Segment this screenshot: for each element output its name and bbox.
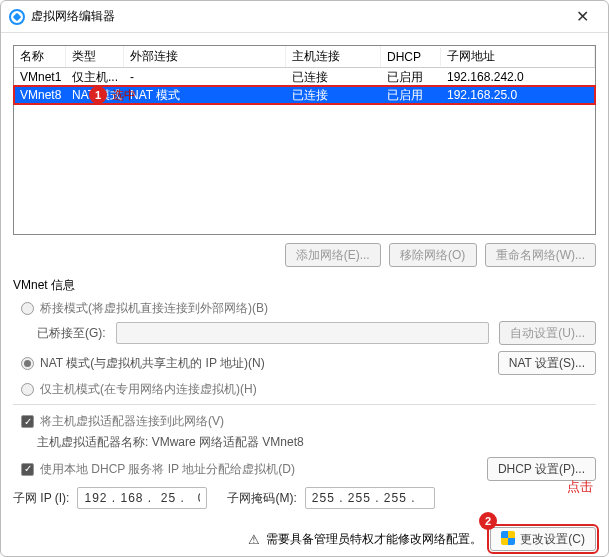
check-icon	[21, 415, 34, 428]
nat-settings-button[interactable]: NAT 设置(S)...	[498, 351, 596, 375]
annotation-badge-2: 2	[479, 512, 497, 530]
subnet-mask-label: 子网掩码(M):	[227, 490, 296, 507]
bridge-to-label: 已桥接至(G):	[37, 325, 106, 342]
rename-network-button[interactable]: 重命名网络(W)...	[485, 243, 596, 267]
col-type[interactable]: 类型	[66, 46, 124, 67]
subnet-ip-input[interactable]	[77, 487, 207, 509]
table-row-selected[interactable]: VMnet8 NAT 模式 NAT 模式 已连接 已启用 192.168.25.…	[14, 86, 595, 104]
warning-icon	[246, 532, 262, 546]
col-dhcp[interactable]: DHCP	[381, 48, 441, 66]
col-name[interactable]: 名称	[14, 46, 66, 67]
nat-radio[interactable]	[21, 357, 34, 370]
dhcp-check[interactable]	[21, 463, 34, 476]
subnet-ip-label: 子网 IP (I):	[13, 490, 69, 507]
col-host[interactable]: 主机连接	[286, 46, 381, 67]
annotation-label-1: 选中	[112, 87, 136, 104]
dhcp-label: 使用本地 DHCP 服务将 IP 地址分配给虚拟机(D)	[40, 461, 295, 478]
bridge-to-select[interactable]	[116, 322, 490, 344]
hostonly-radio[interactable]: 仅主机模式(在专用网络内连接虚拟机)(H)	[21, 381, 596, 398]
auto-settings-button[interactable]: 自动设置(U)...	[499, 321, 596, 345]
radio-icon	[21, 383, 34, 396]
subnet-mask-input[interactable]	[305, 487, 435, 509]
col-ext[interactable]: 外部连接	[124, 46, 286, 67]
app-icon	[9, 9, 25, 25]
vmnet-info-title: VMnet 信息	[13, 277, 596, 294]
annotation-badge-1: 1	[89, 86, 107, 104]
network-table: 名称 类型 外部连接 主机连接 DHCP 子网地址 VMnet1 仅主机... …	[13, 45, 596, 235]
remove-network-button[interactable]: 移除网络(O)	[389, 243, 477, 267]
table-header: 名称 类型 外部连接 主机连接 DHCP 子网地址	[14, 46, 595, 68]
annotation-click-label: 点击	[567, 478, 593, 496]
add-network-button[interactable]: 添加网络(E)...	[285, 243, 381, 267]
adapter-name-label: 主机虚拟适配器名称: VMware 网络适配器 VMnet8	[37, 434, 304, 451]
nat-label: NAT 模式(与虚拟机共享主机的 IP 地址)(N)	[40, 355, 265, 372]
admin-row: 需要具备管理员特权才能修改网络配置。 2 更改设置(C)	[1, 527, 608, 557]
titlebar: 虚拟网络编辑器 ✕	[1, 1, 608, 33]
close-button[interactable]: ✕	[564, 3, 600, 31]
bridge-radio[interactable]: 桥接模式(将虚拟机直接连接到外部网络)(B)	[21, 300, 596, 317]
shield-icon	[501, 531, 515, 545]
admin-warning: 需要具备管理员特权才能修改网络配置。	[266, 531, 482, 548]
radio-icon	[21, 302, 34, 315]
host-adapter-check[interactable]: 将主机虚拟适配器连接到此网络(V)	[21, 413, 596, 430]
table-buttons: 添加网络(E)... 移除网络(O) 重命名网络(W)...	[13, 243, 596, 267]
col-subnet[interactable]: 子网地址	[441, 46, 595, 67]
window-title: 虚拟网络编辑器	[31, 8, 564, 25]
change-settings-button[interactable]: 2 更改设置(C)	[490, 527, 596, 551]
table-row[interactable]: VMnet1 仅主机... - 已连接 已启用 192.168.242.0	[14, 68, 595, 86]
